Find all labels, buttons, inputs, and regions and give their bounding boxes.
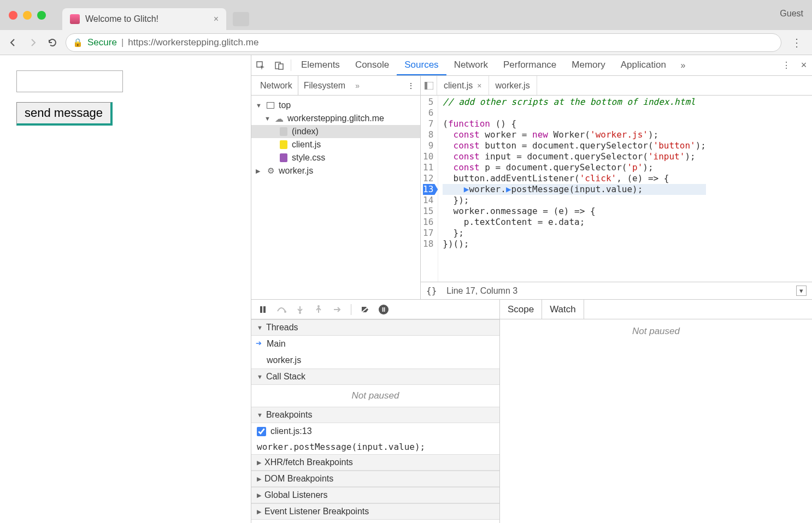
- step-into-button[interactable]: [293, 302, 307, 317]
- favicon-icon: [70, 14, 80, 24]
- pause-on-exceptions-button[interactable]: II: [376, 302, 391, 317]
- step-over-button[interactable]: [274, 302, 289, 317]
- traffic-lights: [9, 11, 46, 20]
- tree-frame-top[interactable]: ▼ top: [251, 99, 420, 112]
- lock-icon: 🔒: [73, 38, 83, 47]
- coverage-toggle-icon[interactable]: ▾: [796, 286, 807, 296]
- editor-toggle-nav-icon[interactable]: [421, 76, 437, 95]
- address-bar[interactable]: 🔒 Secure | https://workerstepping.glitch…: [66, 33, 781, 52]
- tree-label: client.js: [292, 140, 321, 150]
- cloud-icon: ☁: [274, 114, 284, 123]
- nav-menu-icon[interactable]: ⋮: [402, 76, 420, 95]
- new-tab-button[interactable]: [233, 12, 249, 26]
- tab-application[interactable]: Application: [613, 55, 674, 75]
- browser-menu-icon[interactable]: ⋮: [788, 36, 805, 49]
- breakpoint-code: worker.postMessage(input.value);: [251, 439, 499, 454]
- devtools-close-icon[interactable]: ×: [796, 55, 812, 75]
- url-text: https://workerstepping.glitch.me: [128, 37, 258, 48]
- editor-tab-workerjs[interactable]: worker.js: [489, 76, 537, 95]
- page-viewport: send message: [0, 55, 251, 523]
- close-window-icon[interactable]: [9, 11, 17, 20]
- maximize-window-icon[interactable]: [37, 11, 46, 20]
- tree-label: style.css: [292, 153, 325, 163]
- send-message-button[interactable]: send message: [16, 102, 113, 126]
- scope-tab[interactable]: Scope: [500, 300, 542, 319]
- cursor-position: Line 17, Column 3: [446, 286, 517, 296]
- breakpoint-item[interactable]: client.js:13: [251, 423, 499, 439]
- tree-domain[interactable]: ▼☁ workerstepping.glitch.me: [251, 112, 420, 125]
- tree-label: workerstepping.glitch.me: [287, 114, 384, 123]
- tree-label: (index): [292, 127, 319, 136]
- scope-empty-msg: Not paused: [632, 326, 680, 337]
- reload-button[interactable]: [46, 36, 59, 49]
- sources-navigator: Network Filesystem » ⋮ ▼ top ▼☁ workerst…: [251, 76, 421, 299]
- device-toggle-icon[interactable]: [270, 55, 289, 75]
- gear-icon: ⚙: [266, 166, 275, 176]
- global-listeners-header[interactable]: ▶Global Listeners: [251, 487, 499, 503]
- pause-button[interactable]: [256, 302, 270, 317]
- code-editor-panel: client.js × worker.js 567891011121314151…: [421, 76, 812, 299]
- file-icon: [280, 127, 287, 136]
- threads-header[interactable]: ▼Threads: [251, 319, 499, 336]
- browser-toolbar: 🔒 Secure | https://workerstepping.glitch…: [0, 30, 812, 55]
- browser-titlebar: Welcome to Glitch! × Guest: [0, 0, 812, 30]
- tree-label: top: [279, 100, 291, 110]
- event-listener-breakpoints-header[interactable]: ▶Event Listener Breakpoints: [251, 503, 499, 520]
- nav-tab-network[interactable]: Network: [255, 76, 298, 95]
- tab-network[interactable]: Network: [446, 55, 496, 75]
- svg-point-7: [284, 311, 286, 313]
- message-input[interactable]: [16, 70, 123, 92]
- devtools-tabbar: Elements Console Sources Network Perform…: [251, 55, 812, 76]
- nav-more-icon[interactable]: »: [351, 76, 364, 95]
- tree-file-clientjs[interactable]: client.js: [251, 138, 420, 151]
- svg-rect-6: [263, 306, 266, 313]
- css-file-icon: [280, 153, 287, 162]
- callstack-header[interactable]: ▼Call Stack: [251, 369, 499, 385]
- tree-worker[interactable]: ▶⚙ worker.js: [251, 164, 420, 177]
- minimize-window-icon[interactable]: [23, 11, 32, 20]
- secure-label: Secure: [87, 37, 117, 48]
- devtools-panel: Elements Console Sources Network Perform…: [251, 55, 812, 523]
- editor-tab-clientjs[interactable]: client.js ×: [437, 76, 489, 95]
- thread-main[interactable]: Main: [251, 336, 499, 352]
- code-editor[interactable]: 56789101112131415161718 // add other scr…: [421, 96, 812, 282]
- devtools-menu-icon[interactable]: ⋮: [777, 55, 796, 75]
- breakpoints-header[interactable]: ▼Breakpoints: [251, 407, 499, 423]
- more-tabs-icon[interactable]: »: [674, 55, 692, 75]
- svg-rect-4: [425, 82, 427, 90]
- forward-button[interactable]: [26, 36, 39, 49]
- tab-memory[interactable]: Memory: [564, 55, 613, 75]
- editor-tab-label: client.js: [444, 81, 473, 91]
- close-editor-tab-icon[interactable]: ×: [477, 81, 481, 90]
- deactivate-breakpoints-button[interactable]: [358, 302, 372, 317]
- editor-status-bar: {} Line 17, Column 3 ▾: [421, 282, 812, 299]
- back-button[interactable]: [7, 36, 20, 49]
- step-button[interactable]: [330, 302, 344, 317]
- tree-file-stylecss[interactable]: style.css: [251, 151, 420, 164]
- debugger-toolbar: II: [251, 300, 499, 319]
- inspect-element-icon[interactable]: [251, 55, 270, 75]
- close-tab-icon[interactable]: ×: [214, 14, 219, 24]
- xhr-breakpoints-header[interactable]: ▶XHR/fetch Breakpoints: [251, 454, 499, 471]
- tree-file-index[interactable]: (index): [251, 125, 420, 138]
- dom-breakpoints-header[interactable]: ▶DOM Breakpoints: [251, 471, 499, 487]
- js-file-icon: [280, 140, 287, 149]
- breakpoint-checkbox[interactable]: [257, 427, 266, 436]
- watch-tab[interactable]: Watch: [542, 300, 584, 319]
- svg-point-8: [299, 312, 301, 314]
- pretty-print-icon[interactable]: {}: [426, 286, 437, 296]
- browser-tab[interactable]: Welcome to Glitch! ×: [62, 8, 226, 30]
- nav-tab-filesystem[interactable]: Filesystem: [298, 76, 351, 95]
- breakpoint-label: client.js:13: [270, 426, 312, 436]
- svg-point-9: [317, 305, 320, 307]
- browser-tab-title: Welcome to Glitch!: [85, 14, 208, 24]
- url-separator: |: [121, 37, 123, 48]
- navigator-tabs: Network Filesystem » ⋮: [251, 76, 420, 96]
- tab-performance[interactable]: Performance: [496, 55, 564, 75]
- step-out-button[interactable]: [311, 302, 326, 317]
- thread-worker[interactable]: worker.js: [251, 352, 499, 369]
- tab-console[interactable]: Console: [348, 55, 397, 75]
- tab-sources[interactable]: Sources: [397, 55, 446, 75]
- tab-elements[interactable]: Elements: [293, 55, 348, 75]
- profile-label[interactable]: Guest: [780, 9, 803, 19]
